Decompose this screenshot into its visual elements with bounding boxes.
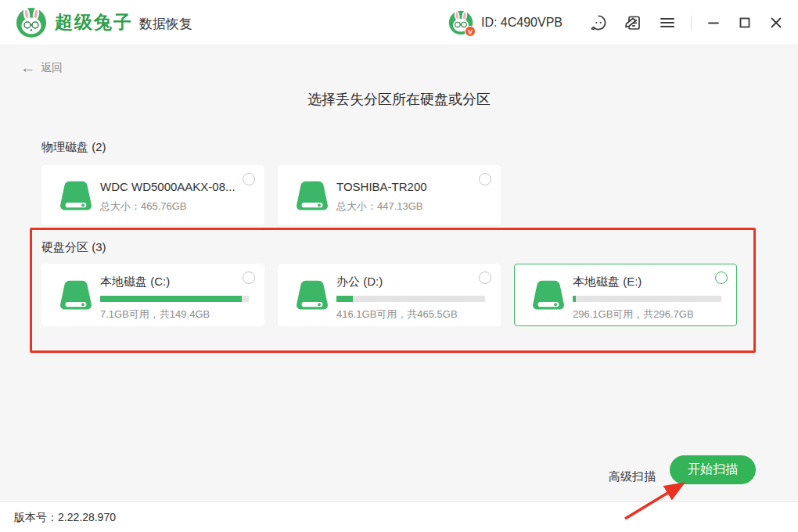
partition-name: 本地磁盘 (C:) xyxy=(100,275,239,289)
partition-size: 296.1GB可用，共296.7GB xyxy=(573,307,711,322)
vip-badge: V xyxy=(465,26,476,37)
hard-drive-icon xyxy=(530,279,566,311)
titlebar-separator xyxy=(691,16,692,30)
hard-drive-icon xyxy=(58,179,94,212)
app-logo-rabbit-icon xyxy=(16,7,47,38)
advanced-scan-link[interactable]: 高级扫描 xyxy=(609,469,656,484)
radio-circle[interactable] xyxy=(243,271,255,284)
usage-bar xyxy=(100,296,249,302)
disk-name: WDC WD5000AAKX-08... xyxy=(100,180,239,193)
radio-circle[interactable] xyxy=(479,173,491,185)
radio-circle[interactable] xyxy=(243,173,255,185)
usage-bar xyxy=(573,296,721,302)
statusbar: 版本号：2.22.28.970 xyxy=(0,501,798,532)
back-arrow-icon: ← xyxy=(20,59,35,77)
partition-size: 7.1GB可用，共149.4GB xyxy=(100,307,239,322)
partition-name: 本地磁盘 (E:) xyxy=(573,275,711,289)
partition-size: 416.1GB可用，共465.5GB xyxy=(336,307,475,322)
app-window: 超级兔子 数据恢复 V ID: 4C490VPB xyxy=(0,0,798,532)
disk-card-wdc[interactable]: WDC WD5000AAKX-08... 总大小：465.76GB xyxy=(41,165,264,225)
usage-bar-fill xyxy=(100,296,242,302)
back-label: 返回 xyxy=(41,61,63,75)
partition-card-d[interactable]: 办公 (D:) 416.1GB可用，共465.5GB xyxy=(278,264,501,326)
disk-name: TOSHIBA-TR200 xyxy=(336,180,475,193)
feedback-icon[interactable] xyxy=(623,13,643,33)
physical-disks-header: 物理磁盘 (2) xyxy=(41,140,106,155)
usage-bar-fill xyxy=(336,296,353,302)
close-button[interactable] xyxy=(765,12,787,34)
disk-size: 总大小：447.13GB xyxy=(336,200,475,214)
partitions-header: 硬盘分区 (3) xyxy=(41,240,106,255)
brand: 超级兔子 数据恢复 xyxy=(55,10,192,34)
radio-circle[interactable] xyxy=(715,271,728,284)
disk-size: 总大小：465.76GB xyxy=(100,200,239,214)
version-label: 版本号：2.22.28.970 xyxy=(14,502,116,532)
back-button[interactable]: ← 返回 xyxy=(20,59,63,77)
disk-card-toshiba[interactable]: TOSHIBA-TR200 总大小：447.13GB xyxy=(278,165,501,225)
hard-drive-icon xyxy=(58,279,94,311)
page-title: 选择丢失分区所在硬盘或分区 xyxy=(0,90,798,109)
hard-drive-icon xyxy=(294,179,330,212)
usage-bar-fill xyxy=(573,296,576,302)
menu-icon[interactable] xyxy=(657,13,678,33)
maximize-button[interactable] xyxy=(734,12,756,34)
minimize-button[interactable] xyxy=(703,12,724,34)
partition-card-c[interactable]: 本地磁盘 (C:) 7.1GB可用，共149.4GB xyxy=(41,264,264,326)
user-id-label: ID: 4C490VPB xyxy=(481,16,563,30)
app-subtitle: 数据恢复 xyxy=(139,15,192,33)
radio-circle[interactable] xyxy=(479,271,491,284)
start-scan-button[interactable]: 开始扫描 xyxy=(670,455,756,484)
hard-drive-icon xyxy=(294,279,330,311)
partitions-row: 本地磁盘 (C:) 7.1GB可用，共149.4GB 办公 (D:) 416.1… xyxy=(41,264,737,326)
usage-bar xyxy=(336,296,485,302)
customer-service-icon[interactable] xyxy=(588,13,609,33)
partition-card-e[interactable]: 本地磁盘 (E:) 296.1GB可用，共296.7GB xyxy=(514,264,737,326)
partition-name: 办公 (D:) xyxy=(336,275,475,289)
titlebar: 超级兔子 数据恢复 V ID: 4C490VPB xyxy=(0,0,798,45)
user-avatar[interactable]: V xyxy=(448,10,473,35)
physical-disks-row: WDC WD5000AAKX-08... 总大小：465.76GB TOSHIB… xyxy=(41,165,501,225)
app-name: 超级兔子 xyxy=(55,10,133,34)
